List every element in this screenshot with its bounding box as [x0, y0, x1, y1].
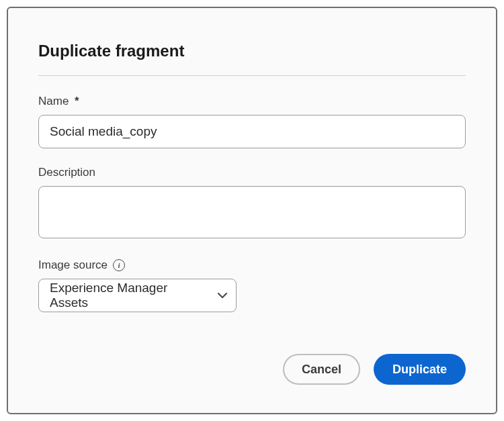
divider	[38, 75, 466, 76]
name-label-text: Name	[38, 95, 69, 107]
image-source-field-group: Image source i Experience Manager Assets	[38, 259, 466, 312]
name-label: Name *	[38, 95, 466, 108]
duplicate-button[interactable]: Duplicate	[374, 354, 466, 385]
name-field-group: Name *	[38, 95, 466, 148]
dialog-title: Duplicate fragment	[38, 42, 466, 60]
image-source-select[interactable]: Experience Manager Assets	[38, 279, 237, 312]
description-field-group: Description	[38, 166, 466, 241]
image-source-label: Image source	[38, 259, 108, 272]
name-input[interactable]	[38, 115, 466, 148]
description-label: Description	[38, 166, 466, 179]
image-source-select-wrap: Experience Manager Assets	[38, 279, 237, 312]
required-asterisk: *	[75, 95, 79, 107]
info-icon[interactable]: i	[113, 259, 125, 271]
duplicate-fragment-dialog: Duplicate fragment Name * Description Im…	[7, 7, 497, 414]
description-input[interactable]	[38, 186, 466, 238]
dialog-button-row: Cancel Duplicate	[283, 354, 466, 385]
cancel-button[interactable]: Cancel	[283, 354, 360, 385]
